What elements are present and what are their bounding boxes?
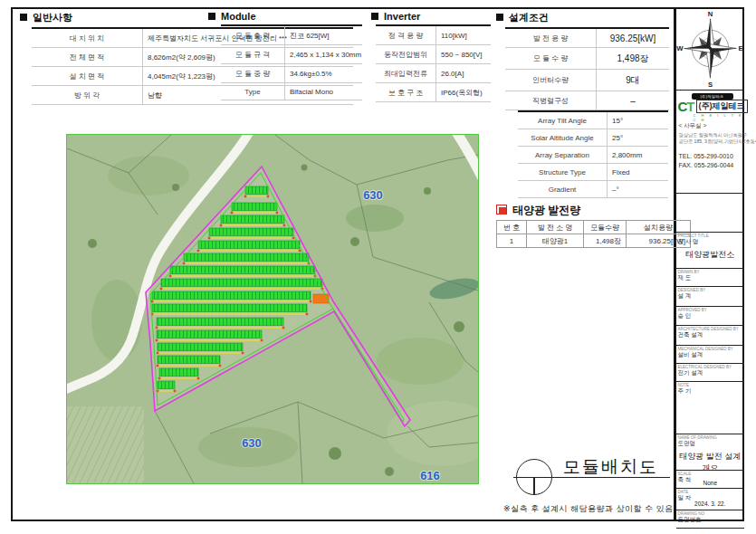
spec-value: 2,800mm	[608, 147, 669, 164]
panel-row	[198, 241, 300, 249]
panel-end-dot	[220, 224, 223, 227]
spec-value: 26.0[A]	[436, 64, 492, 83]
panel-row	[157, 330, 262, 339]
panel-row	[232, 203, 277, 211]
row-label-ko: 도면명	[678, 440, 743, 447]
spec-value: Bifacial Mono	[285, 83, 363, 100]
panel-end-dot	[276, 212, 279, 215]
spec-value: 550 ~ 850[V]	[436, 45, 492, 64]
title-block-row: DRAWING NO도면번호	[676, 510, 745, 529]
company-badge: (주)제일테크	[692, 93, 733, 100]
spec-label: Structure Type	[518, 164, 608, 181]
row-value: 2024. 3. 22.	[676, 501, 745, 507]
panel-end-dot	[219, 365, 222, 367]
panel-end-dot	[183, 262, 186, 265]
panel-row	[159, 368, 198, 377]
spec-label: Solar Altitude Angle	[518, 129, 608, 147]
panel-end-dot	[160, 288, 163, 291]
spec-label: 정 격 용 량	[376, 25, 436, 45]
panel-end-dot	[282, 327, 285, 329]
panel-row	[152, 291, 311, 300]
module-table: 모 듈 출 력진코 625[W]모 듈 규 격2,465 x 1,134 x 3…	[221, 24, 362, 100]
spec-value: Fixed	[608, 164, 669, 181]
section-title: 설계조건	[509, 12, 549, 23]
compass-w-label: W	[676, 44, 684, 52]
generation-cell: 1	[497, 234, 527, 248]
office-contacts: TEL. 055-299-0010 FAX. 055-296-0044	[679, 152, 742, 171]
spec-label: 모 듈 수 량	[505, 48, 597, 70]
empty-box	[676, 194, 745, 233]
section-title: Module	[221, 11, 256, 22]
title-block-row: PROJECT TITLE공 사 명태양광발전소	[676, 233, 745, 269]
layout-symbol-tick	[533, 477, 535, 494]
panel-end-dot	[157, 352, 159, 355]
panel-end-dot	[283, 224, 286, 227]
spec-value: IP66(옥외형)	[436, 83, 492, 102]
spec-label: 직병렬구성	[505, 91, 597, 110]
compass-rose-icon: N S W E	[676, 7, 744, 90]
title-block-row: APPROVED BY승 인	[676, 307, 745, 326]
panel-end-dot	[197, 377, 200, 380]
drawing-sheet: 일반사항 대 지 위 치제주특별자치도 서귀포시 안덕면 상천리 ***전 체 …	[0, 0, 756, 534]
spec-label: Gradient	[518, 181, 608, 198]
section-title: Inverter	[384, 11, 420, 22]
spec-label: 대 지 위 치	[32, 28, 143, 48]
spec-label: Array Separation	[518, 147, 608, 164]
design-sub-table: Array Tilt Angle15°Solar Altitude Angle2…	[518, 110, 668, 198]
office-fax: FAX. 055-296-0044	[679, 161, 742, 171]
panel-row	[158, 381, 175, 389]
row-label-ko: 설비 설계	[678, 351, 743, 358]
section-module-header: Module	[208, 11, 362, 22]
panel-end-dot	[169, 275, 172, 278]
generation-table: 번 호발 전 소 명모듈수량설치용량1태양광11,498장936.25[kW]	[496, 220, 691, 248]
panel-end-dot	[231, 212, 234, 215]
panel-row	[245, 186, 268, 195]
title-block-row: MECHANICAL DESIGNED BY설비 설계	[676, 346, 745, 364]
row-label-ko: 제 도	[678, 274, 743, 281]
square-bullet-icon	[371, 13, 378, 20]
panel-row	[157, 318, 283, 326]
generation-cell: 태양광1	[527, 234, 584, 248]
office-info-box: < 사무실 > 경상남도 창원특례시 마산회원구 공단로 185, 3층(양덕,…	[676, 119, 745, 194]
section-module: Module 모 듈 출 력진코 625[W]모 듈 규 격2,465 x 1,…	[208, 11, 362, 100]
title-block-row: NAME OF DRAWING도면명태양광 발전 설계 개요	[676, 434, 745, 471]
office-address: 경상남도 창원특례시 마산회원구 공단로 185, 3층(양덕,기업단지2호동4…	[679, 132, 742, 146]
row-value: 태양광발전소	[676, 249, 745, 261]
section-inverter-header: Inverter	[371, 11, 491, 22]
row-value: 태양광 발전 설계 개요	[676, 451, 745, 471]
spec-value: 9대	[597, 70, 670, 91]
panel-end-dot	[174, 390, 177, 393]
site-map-svg: 630630616	[67, 135, 478, 483]
panel-end-dot	[158, 377, 161, 380]
panel-end-dot	[156, 327, 158, 329]
panel-row	[221, 215, 284, 224]
section-inverter: Inverter 정 격 용 량110[kW]동작전압범위550 ~ 850[V…	[371, 11, 491, 102]
spec-label: Type	[221, 83, 285, 100]
section-design-header: 설계조건	[496, 11, 669, 24]
red-document-icon	[496, 205, 507, 215]
panel-end-dot	[261, 339, 263, 342]
panel-end-dot	[306, 313, 309, 316]
panel-end-dot	[267, 195, 270, 198]
square-bullet-icon	[20, 14, 27, 21]
spec-label: 최대입력전류	[376, 64, 436, 83]
compass-s-label: S	[707, 81, 712, 89]
office-tel: TEL. 055-299-0010	[679, 152, 742, 162]
company-logo-icon: CT	[678, 100, 694, 113]
spec-value: 34.6kg±0.5%	[285, 64, 363, 83]
title-block-row: DATE일 자2024. 3. 22.	[676, 489, 745, 510]
measurement-note: ※실측 후 설계시 해당용량과 상이할 수 있음.	[503, 503, 676, 515]
panel-row	[170, 266, 315, 274]
spec-label: 발 전 용 량	[505, 28, 597, 48]
section-design: 설계조건 발 전 용 량936.25[kW]모 듈 수 량1,498장인버터수량…	[496, 11, 669, 198]
panel-end-dot	[299, 250, 301, 253]
title-block-row: SCALE축 척None	[676, 471, 745, 489]
spec-label: 인버터수량	[505, 70, 597, 91]
panel-end-dot	[208, 237, 211, 240]
title-block-row: DESIGNED BY설 계	[676, 287, 745, 307]
layout-drawing-title: 모듈배치도	[563, 455, 658, 479]
title-block-row: DRAWN BY제 도	[676, 269, 745, 287]
generation-cell: 1,498장	[584, 234, 627, 248]
row-label-ko: 공 사 명	[678, 238, 743, 245]
office-label: < 사무실 >	[679, 122, 742, 130]
